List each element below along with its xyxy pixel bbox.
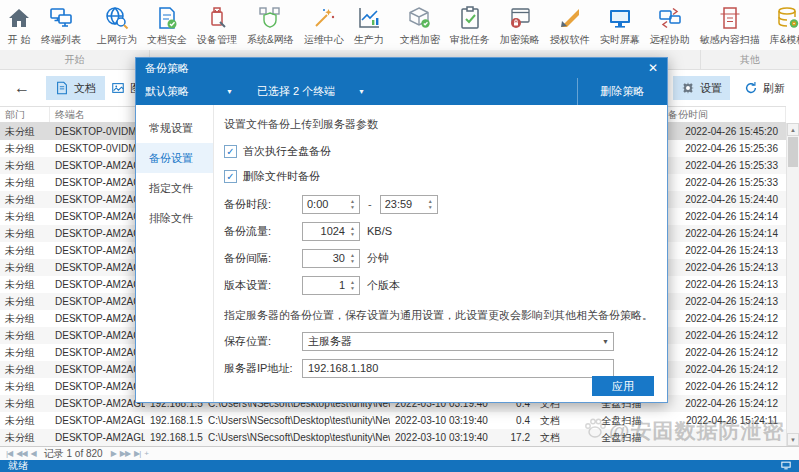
remote-assist-icon	[658, 6, 682, 30]
column-header-department[interactable]: 部门	[0, 107, 50, 122]
checkbox-checked-icon[interactable]: ✓	[224, 170, 237, 183]
prev-page-button[interactable]: ◀	[31, 448, 36, 460]
period-end-input[interactable]: 23:59 ▲▼	[380, 195, 438, 214]
chevron-down-icon: ▼	[226, 88, 233, 95]
spinner-icon[interactable]: ▲▼	[347, 251, 358, 266]
interval-input[interactable]: 30 ▲▼	[302, 249, 360, 268]
ribbon-tab-system-network[interactable]: 系统&网络	[242, 4, 299, 49]
dialog-nav-item[interactable]: 排除文件	[136, 203, 213, 233]
dialog-titlebar: 备份策略 ✕	[136, 58, 667, 78]
cell-department: 未分组	[0, 140, 50, 157]
delete-policy-button[interactable]: 删除策略	[577, 78, 667, 105]
cell-backup-time: 2022-04-26 15:24:13	[663, 259, 786, 276]
ribbon-tab-approval-tasks[interactable]: 审批任务	[445, 4, 495, 49]
ribbon-tab-remote-assist[interactable]: 远程协助	[645, 4, 695, 49]
interval-value: 30	[307, 250, 345, 267]
cell-ip: 192.168.1.51	[145, 412, 203, 429]
apply-button[interactable]: 应用	[592, 376, 654, 396]
dialog-nav-item[interactable]: 常规设置	[136, 113, 213, 143]
version-input[interactable]: 1 ▲▼	[302, 276, 360, 295]
period-label: 备份时段:	[224, 197, 302, 212]
ribbon-tab-label: 系统&网络	[247, 33, 294, 47]
ribbon-tab-content-scan[interactable]: 敏感内容扫描	[695, 4, 765, 49]
settings-button[interactable]: 设置	[673, 76, 730, 100]
form-intro: 设置文件备份上传到服务器参数	[224, 117, 653, 132]
location-select[interactable]: 主服务器 ▼	[302, 332, 614, 351]
spinner-icon[interactable]: ▲▼	[347, 224, 358, 239]
tab-documents-label: 文档	[74, 81, 96, 96]
spinner-icon[interactable]: ▲▼	[425, 197, 436, 212]
library-templates-icon	[776, 6, 799, 30]
traffic-input[interactable]: 1024 ▲▼	[302, 222, 360, 241]
dialog-nav-item[interactable]: 备份设置	[136, 143, 213, 173]
cell-terminal: DESKTOP-AM2AGL	[50, 157, 145, 174]
cell-department: 未分组	[0, 412, 50, 429]
period-start-input[interactable]: 0:00 ▲▼	[302, 195, 360, 214]
column-header-terminal[interactable]: 终端名	[50, 107, 145, 122]
spinner-icon[interactable]: ▲▼	[347, 278, 358, 293]
ribbon-tab-label: 敏感内容扫描	[700, 33, 760, 47]
scrollbar-thumb[interactable]	[788, 137, 798, 167]
dialog-nav-item[interactable]: 指定文件	[136, 173, 213, 203]
ribbon-group-label-start: 开始	[0, 50, 150, 69]
traffic-row: 备份流量: 1024 ▲▼ KB/S	[224, 221, 653, 241]
last-page-button[interactable]: ▶|	[134, 448, 140, 460]
web-behavior-icon	[105, 6, 129, 30]
cell-terminal: DESKTOP-0VIDMD	[50, 123, 145, 140]
cell-backup-time: 2022-04-26 15:24:14	[663, 208, 786, 225]
ribbon-tab-library-templates[interactable]: 库&模板	[765, 4, 799, 49]
cell-terminal: DESKTOP-0VIDMD	[50, 140, 145, 157]
terminal-dropdown[interactable]: 已选择 2 个终端 ▼	[248, 78, 374, 105]
traffic-unit: KB/S	[367, 225, 392, 237]
ribbon-tab-device-mgmt[interactable]: 设备管理	[192, 4, 242, 49]
spinner-icon[interactable]: ▲▼	[347, 197, 358, 212]
cell-size: 17.2	[493, 429, 535, 446]
location-value: 主服务器	[308, 335, 352, 347]
refresh-button[interactable]: 刷新	[736, 76, 793, 100]
back-icon[interactable]: ←	[14, 78, 30, 98]
ribbon-tab-terminal-list[interactable]: 终端列表	[36, 4, 86, 49]
cell-terminal: DESKTOP-AM2AGL	[50, 242, 145, 259]
cell-backup-time: 2022-04-26 15:24:13	[663, 242, 786, 259]
full-backup-checkbox-row: ✓ 首次执行全盘备份	[224, 144, 653, 159]
scrollbar-down-icon[interactable]: ▼	[787, 433, 799, 446]
licensed-software-icon	[558, 6, 582, 30]
watermark: @安固数据防泄密	[583, 416, 784, 445]
device-mgmt-icon	[205, 6, 229, 30]
tab-documents[interactable]: 文档	[46, 76, 105, 100]
cell-department: 未分组	[0, 310, 50, 327]
document-icon	[55, 81, 69, 95]
close-icon[interactable]: ✕	[648, 62, 658, 74]
ribbon-tab-live-screen[interactable]: 实时屏幕	[595, 4, 645, 49]
ribbon-tab-ops-center[interactable]: 运维中心	[299, 4, 349, 49]
ribbon-tab-label: 审批任务	[450, 33, 490, 47]
ribbon-tab-encrypt-policy[interactable]: 加密策略	[495, 4, 545, 49]
ribbon-tab-productivity[interactable]: 生产力	[349, 4, 389, 49]
server-ip-input[interactable]: 192.168.1.180	[302, 359, 614, 378]
cell-terminal: DESKTOP-AM2AGL3	[50, 395, 145, 412]
scrollbar-up-icon[interactable]: ▲	[787, 123, 799, 136]
policy-dropdown[interactable]: 默认策略 ▼	[136, 78, 242, 105]
next-page-button[interactable]: ▶	[111, 448, 116, 460]
ribbon-tab-label: 加密策略	[500, 33, 540, 47]
next-group-button[interactable]: ▶▶	[120, 448, 130, 460]
ribbon-tab-home[interactable]: 开 始	[2, 4, 36, 49]
cell-backup-time: 2022-04-26 15:24:12	[663, 378, 786, 395]
cell-department: 未分组	[0, 276, 50, 293]
ribbon-tab-doc-encrypt[interactable]: 文档加密	[395, 4, 445, 49]
column-header-backup-time[interactable]: 备份时间	[663, 107, 786, 122]
add-record-button[interactable]: +	[144, 448, 148, 460]
vertical-scrollbar[interactable]: ▲ ▼	[786, 123, 799, 446]
server-ip-row: 服务器IP地址: 192.168.1.180	[224, 358, 653, 378]
prev-group-button[interactable]: ◀◀	[16, 448, 26, 460]
cell-terminal: DESKTOP-AM2AGL	[50, 327, 145, 344]
first-page-button[interactable]: |◀	[6, 448, 12, 460]
cell-terminal: DESKTOP-AM2AGL	[50, 191, 145, 208]
ribbon-tab-doc-security[interactable]: 文档安全	[142, 4, 192, 49]
ribbon-tab-web-behavior[interactable]: 上网行为	[92, 4, 142, 49]
cell-department: 未分组	[0, 242, 50, 259]
checkbox-checked-icon[interactable]: ✓	[224, 145, 237, 158]
ribbon-tab-licensed-software[interactable]: 授权软件	[545, 4, 595, 49]
paw-icon	[583, 416, 607, 445]
cell-path: C:\Users\NSecsoft\Desktop\test\unity\New…	[203, 429, 390, 446]
